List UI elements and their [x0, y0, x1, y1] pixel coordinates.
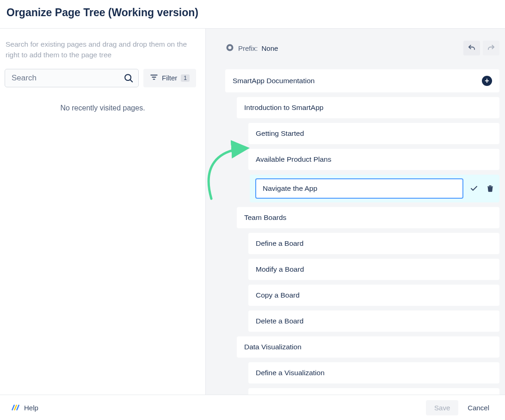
svg-line-1	[130, 79, 132, 82]
dialog-header: Organize Page Tree (Working version)	[0, 0, 505, 29]
eye-icon	[225, 43, 234, 54]
no-recent-message: No recently visited pages.	[5, 104, 201, 112]
filter-button[interactable]: Filter 1	[143, 69, 196, 87]
tree-node-editing	[250, 175, 499, 202]
save-button[interactable]: Save	[426, 400, 458, 415]
tree-node-label: Data Visualization	[244, 343, 302, 351]
tree-root-node[interactable]: SmartApp Documentation +	[225, 69, 499, 92]
page-title: Organize Page Tree (Working version)	[6, 6, 499, 19]
prefix-value: None	[262, 44, 278, 52]
tree-node-label: SmartApp Documentation	[233, 77, 314, 85]
tree-node-define-board[interactable]: Define a Board	[248, 233, 499, 254]
tree-panel: Prefix: None SmartApp Documentation + In…	[206, 29, 505, 395]
tree-node-define-viz[interactable]: Define a Visualization	[248, 362, 499, 383]
confirm-icon[interactable]	[470, 184, 478, 193]
tree-node-label: Getting Started	[256, 129, 304, 138]
search-input[interactable]	[12, 73, 123, 83]
search-instructions: Search for existing pages and drag and d…	[5, 39, 201, 69]
tree-node-team-boards[interactable]: Team Boards	[237, 207, 499, 228]
svg-point-6	[228, 46, 232, 49]
redo-button[interactable]	[483, 41, 499, 55]
add-page-button[interactable]: +	[482, 76, 492, 86]
svg-rect-8	[487, 186, 493, 187]
filter-count-badge: 1	[181, 74, 190, 82]
tree-node-modify-viz[interactable]: Modify a Visualization	[248, 388, 499, 395]
tree-node-modify-board[interactable]: Modify a Board	[248, 259, 499, 280]
tree-node-label: Delete a Board	[256, 317, 303, 325]
tree-node-edit-actions	[470, 184, 494, 193]
page-tree: SmartApp Documentation + Introduction to…	[225, 69, 499, 395]
trash-icon[interactable]	[487, 184, 494, 193]
prefix-group[interactable]: Prefix: None	[225, 43, 278, 54]
help-label: Help	[24, 404, 38, 412]
tree-node-available-plans[interactable]: Available Product Plans	[248, 149, 499, 170]
filter-label: Filter	[162, 74, 177, 82]
brand-logo-icon	[11, 403, 20, 412]
tree-node-delete-board[interactable]: Delete a Board	[248, 310, 499, 332]
filter-icon	[150, 73, 158, 83]
help-link[interactable]: Help	[11, 403, 38, 412]
search-row: Filter 1	[5, 69, 201, 87]
tree-node-label: Copy a Board	[256, 291, 300, 299]
undo-button[interactable]	[463, 41, 480, 55]
search-box[interactable]	[5, 69, 139, 87]
tree-node-label: Available Product Plans	[256, 155, 331, 164]
undo-redo-group	[463, 41, 499, 55]
search-panel: Search for existing pages and drag and d…	[0, 29, 206, 395]
tree-node-label: Modify a Board	[256, 265, 304, 274]
tree-node-copy-board[interactable]: Copy a Board	[248, 285, 499, 306]
svg-rect-7	[489, 185, 491, 186]
main-content: Search for existing pages and drag and d…	[0, 29, 505, 395]
search-icon[interactable]	[123, 73, 134, 83]
tree-node-getting-started[interactable]: Getting Started	[248, 123, 499, 144]
tree-node-title-input[interactable]	[255, 178, 463, 199]
tree-node-label: Introduction to SmartApp	[244, 103, 323, 112]
tree-node-data-viz[interactable]: Data Visualization	[237, 336, 499, 358]
cancel-button[interactable]: Cancel	[465, 400, 492, 415]
tree-node-label: Define a Visualization	[256, 369, 325, 377]
tree-top-row: Prefix: None	[225, 41, 499, 55]
footer-actions: Save Cancel	[426, 400, 492, 415]
tree-node-label: Team Boards	[244, 213, 286, 222]
prefix-label: Prefix:	[238, 44, 258, 52]
tree-node-intro[interactable]: Introduction to SmartApp	[237, 97, 499, 118]
tree-node-label: Define a Board	[256, 239, 303, 248]
dialog-footer: Help Save Cancel	[0, 395, 505, 420]
